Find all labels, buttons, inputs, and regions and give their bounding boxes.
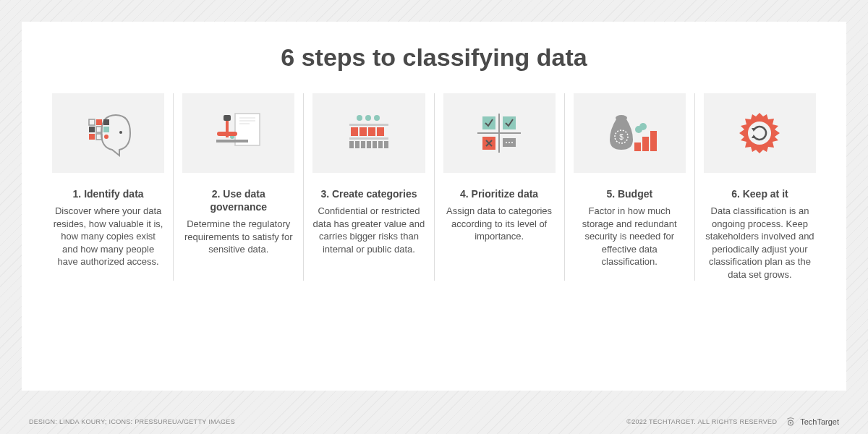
svg-point-49: [748, 122, 771, 145]
svg-rect-19: [349, 124, 388, 126]
svg-rect-6: [103, 127, 109, 132]
keep-at-it-icon: [704, 93, 816, 173]
identify-data-icon: [52, 93, 164, 173]
svg-rect-23: [377, 127, 384, 136]
svg-rect-25: [349, 141, 354, 148]
svg-rect-1: [89, 119, 95, 125]
design-credits: DESIGN: LINDA KOURY; ICONS: PRESSUREUA/G…: [29, 418, 235, 425]
svg-point-0: [119, 131, 122, 134]
prioritize-icon: [443, 93, 556, 173]
step-6: 6. Keep at it Data classification is an …: [694, 93, 825, 281]
svg-rect-29: [373, 141, 377, 148]
steps-row: 1. Identify data Discover where your dat…: [43, 93, 825, 281]
step-desc: Data classification is an ongoing proces…: [704, 205, 816, 281]
step-title: 1. Identify data: [52, 187, 164, 200]
step-title: 4. Prioritize data: [443, 187, 556, 200]
svg-point-48: [639, 123, 647, 130]
step-3: 3. Create categories Confidential or res…: [303, 93, 433, 281]
svg-rect-26: [355, 141, 359, 148]
svg-rect-4: [89, 127, 95, 132]
svg-rect-7: [89, 134, 95, 140]
step-4: 4. Prioritize data Assign data to catego…: [434, 93, 564, 281]
step-5: $ 5. Budget Factor in how much storage a…: [564, 93, 694, 281]
svg-point-9: [104, 135, 109, 139]
svg-rect-45: [642, 137, 649, 151]
svg-rect-15: [224, 115, 231, 121]
governance-icon: [182, 93, 294, 173]
svg-point-51: [790, 422, 791, 423]
svg-rect-24: [349, 137, 388, 140]
step-desc: Determine the regulatory requirements to…: [182, 218, 294, 256]
svg-rect-22: [368, 127, 375, 136]
svg-rect-2: [96, 119, 102, 125]
eye-icon: [784, 417, 797, 427]
brand-logo: TechTarget: [784, 417, 839, 427]
step-desc: Confidential or restricted data has grea…: [312, 205, 425, 255]
svg-rect-11: [216, 140, 248, 142]
svg-rect-46: [650, 131, 657, 151]
footer: DESIGN: LINDA KOURY; ICONS: PRESSUREUA/G…: [29, 417, 839, 427]
svg-rect-3: [103, 119, 109, 125]
svg-rect-20: [351, 127, 358, 136]
svg-rect-21: [359, 127, 367, 136]
infographic-card: 6 steps to classifying data 1. I: [22, 22, 846, 391]
svg-rect-31: [384, 141, 388, 148]
step-desc: Assign data to categories according to i…: [443, 205, 556, 243]
budget-icon: $: [574, 93, 686, 173]
svg-point-38: [506, 142, 507, 143]
brand-text: TechTarget: [800, 417, 839, 426]
step-1: 1. Identify data Discover where your dat…: [43, 93, 173, 281]
step-title: 3. Create categories: [312, 187, 425, 200]
svg-rect-34: [482, 116, 495, 129]
svg-rect-28: [367, 141, 371, 148]
step-2: 2. Use data governance Determine the reg…: [173, 93, 303, 281]
svg-rect-30: [378, 141, 383, 148]
step-desc: Discover where your data resides, how va…: [52, 205, 164, 268]
svg-rect-35: [503, 116, 516, 129]
categories-icon: [312, 93, 425, 173]
svg-point-40: [511, 142, 513, 143]
svg-rect-14: [217, 132, 237, 136]
svg-point-18: [374, 115, 380, 121]
svg-rect-27: [361, 141, 365, 148]
svg-text:$: $: [619, 133, 624, 141]
step-title: 6. Keep at it: [704, 187, 816, 200]
svg-point-17: [365, 115, 371, 121]
page-title: 6 steps to classifying data: [43, 43, 825, 72]
svg-point-39: [509, 142, 510, 143]
copyright: ©2022 TECHTARGET. ALL RIGHTS RESERVED: [626, 418, 777, 425]
step-title: 5. Budget: [574, 187, 686, 200]
svg-point-16: [357, 115, 362, 121]
step-desc: Factor in how much storage and redundant…: [574, 205, 686, 268]
step-title: 2. Use data governance: [182, 187, 294, 213]
svg-rect-44: [634, 142, 641, 151]
